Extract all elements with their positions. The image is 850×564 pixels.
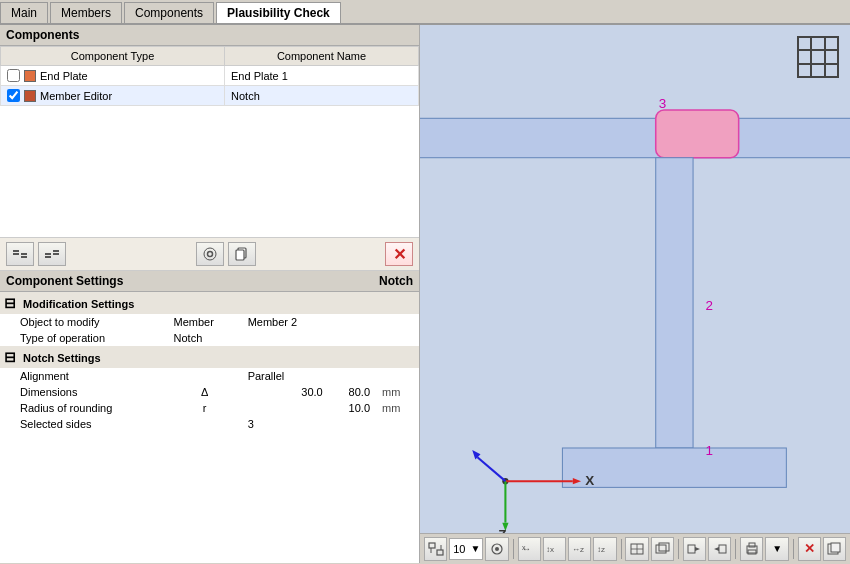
unit-dimensions: mm	[376, 384, 419, 400]
group-notch-label: Notch Settings	[23, 352, 101, 364]
svg-rect-48	[659, 543, 669, 551]
svg-rect-34	[437, 550, 443, 555]
vt-zoom-out[interactable]	[683, 537, 706, 561]
value-dim2: 80.0	[329, 384, 376, 400]
unit-radius: mm	[376, 400, 419, 416]
vt-new-window[interactable]	[823, 537, 846, 561]
group-modification[interactable]: ⊟ Modification Settings	[0, 292, 419, 314]
svg-rect-47	[656, 545, 666, 553]
group-modification-label: Modification Settings	[23, 298, 134, 310]
vt-divider5	[793, 539, 794, 559]
svg-rect-7	[53, 253, 59, 255]
settings-name: Notch	[379, 274, 413, 288]
vt-view1[interactable]	[625, 537, 648, 561]
row-radius: Radius of rounding r 10.0 mm	[0, 400, 419, 416]
settings-header: Component Settings Notch	[0, 271, 419, 292]
row1-checkbox[interactable]	[7, 69, 20, 82]
viewport-toolbar: 10 ▼ ↔x ↕x ↔z ↕z	[420, 533, 850, 563]
svg-marker-50	[695, 547, 700, 551]
svg-rect-57	[831, 543, 840, 552]
components-section-header: Components	[0, 25, 419, 46]
move-up-button[interactable]	[6, 242, 34, 266]
svg-rect-3	[21, 256, 27, 258]
table-row[interactable]: End Plate End Plate 1	[1, 66, 419, 86]
settings-button[interactable]	[196, 242, 224, 266]
vt-divider2	[621, 539, 622, 559]
settings-table: ⊟ Modification Settings Object to modify…	[0, 292, 419, 432]
svg-rect-49	[688, 545, 695, 553]
tab-members[interactable]: Members	[50, 2, 122, 23]
row2-name: Notch	[225, 86, 419, 106]
svg-rect-17	[420, 118, 850, 157]
vt-rotate-yz2[interactable]: ↕z	[593, 537, 616, 561]
row2-color	[24, 90, 36, 102]
svg-rect-5	[45, 256, 51, 258]
table-row[interactable]: Member Editor Notch	[1, 86, 419, 106]
table-empty-area	[0, 106, 419, 237]
svg-text:↕x: ↕x	[546, 545, 554, 554]
copy-button[interactable]	[228, 242, 256, 266]
svg-point-38	[495, 547, 499, 551]
vt-render-button[interactable]	[485, 537, 508, 561]
ibeam-drawing: 3 2 1 X Z	[420, 25, 850, 533]
row-object-to-modify: Object to modify Member Member 2	[0, 314, 419, 330]
col-header-name: Component Name	[225, 47, 419, 66]
row-alignment: Alignment Parallel	[0, 368, 419, 384]
row-selected-sides: Selected sides 3	[0, 416, 419, 432]
grid-icon[interactable]	[796, 35, 840, 79]
value-type-of-operation: Notch	[168, 330, 242, 346]
row-dimensions: Dimensions Δ 30.0 80.0 mm	[0, 384, 419, 400]
vt-zoom-in[interactable]	[708, 537, 731, 561]
row2-checkbox[interactable]	[7, 89, 20, 102]
value-selected-sides: 3	[242, 416, 329, 432]
row1-color	[24, 70, 36, 82]
vt-rotate-yz[interactable]: ↔z	[568, 537, 591, 561]
label-selected-sides: Selected sides	[0, 416, 168, 432]
tab-bar: Main Members Components Plausibility Che…	[0, 0, 850, 25]
minus-icon2: ⊟	[4, 349, 16, 365]
svg-text:Z: Z	[498, 527, 506, 533]
vt-dropdown[interactable]: ▼	[765, 537, 788, 561]
delta-symbol: Δ	[168, 384, 242, 400]
vt-divider4	[735, 539, 736, 559]
move-down-button[interactable]	[38, 242, 66, 266]
vt-print[interactable]	[740, 537, 763, 561]
zoom-dropdown[interactable]: ▼	[469, 543, 483, 554]
group-notch[interactable]: ⊟ Notch Settings	[0, 346, 419, 368]
vt-view2[interactable]	[651, 537, 674, 561]
vt-rotate-xy[interactable]: ↔x	[518, 537, 541, 561]
svg-rect-12	[798, 37, 838, 77]
right-panel: 3 2 1 X Z	[420, 25, 850, 563]
svg-rect-2	[21, 253, 27, 255]
vt-divider1	[513, 539, 514, 559]
svg-rect-4	[45, 253, 51, 255]
svg-rect-0	[13, 253, 19, 255]
tab-main[interactable]: Main	[0, 2, 48, 23]
zoom-control[interactable]: 10 ▼	[449, 538, 483, 560]
vt-rotate-xz[interactable]: ↕x	[543, 537, 566, 561]
value-alignment: Parallel	[242, 368, 329, 384]
components-toolbar: ✕	[0, 237, 419, 271]
label-alignment: Alignment	[0, 368, 168, 384]
tab-plausibility[interactable]: Plausibility Check	[216, 2, 341, 23]
svg-rect-18	[656, 110, 739, 158]
minus-icon: ⊟	[4, 295, 16, 311]
svg-text:↕z: ↕z	[597, 545, 605, 554]
svg-rect-19	[656, 158, 693, 448]
delete-button[interactable]: ✕	[385, 242, 413, 266]
vt-fit-button[interactable]	[424, 537, 447, 561]
label-radius: Radius of rounding	[0, 400, 168, 416]
label-type-of-operation: Type of operation	[0, 330, 168, 346]
left-panel: Components Component Type Component Name…	[0, 25, 420, 563]
viewport-area[interactable]: 3 2 1 X Z	[420, 25, 850, 533]
vt-close[interactable]: ✕	[798, 537, 821, 561]
component-table: Component Type Component Name End Plate …	[0, 46, 419, 106]
vt-close-icon: ✕	[804, 541, 815, 556]
svg-text:X: X	[585, 473, 594, 488]
row1-type-label: End Plate	[40, 70, 88, 82]
svg-rect-6	[53, 250, 59, 252]
settings-title: Component Settings	[6, 274, 123, 288]
svg-point-9	[204, 248, 216, 260]
tab-components[interactable]: Components	[124, 2, 214, 23]
svg-rect-11	[236, 250, 244, 260]
